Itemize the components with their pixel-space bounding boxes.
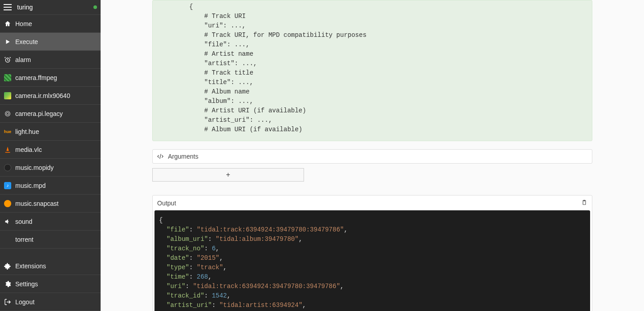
sidebar-item-label: camera.ir.mlx90640 bbox=[15, 92, 70, 99]
svg-line-3 bbox=[160, 154, 161, 159]
logout-icon bbox=[4, 298, 12, 306]
sidebar-item-label: Execute bbox=[15, 38, 38, 45]
sidebar-item-Extensions[interactable]: Extensions bbox=[0, 257, 101, 275]
code-icon bbox=[156, 152, 164, 160]
sidebar-item-camera-ffmpeg[interactable]: camera.ffmpeg bbox=[0, 69, 101, 87]
sidebar-item-torrent[interactable]: torrent bbox=[0, 231, 101, 249]
clipboard-icon[interactable] bbox=[581, 199, 587, 207]
sidebar-item-label: alarm bbox=[15, 56, 31, 63]
sidebar-item-music-snapcast[interactable]: music.snapcast bbox=[0, 195, 101, 213]
snapcast-icon bbox=[4, 200, 12, 208]
sidebar-item-Logout[interactable]: Logout bbox=[0, 293, 101, 311]
content: { # Track URI "uri": ..., # Track URI, f… bbox=[101, 0, 644, 311]
play-icon bbox=[4, 38, 12, 46]
sidebar-item-label: camera.ffmpeg bbox=[15, 74, 57, 81]
nav: HomeExecutealarmcamera.ffmpegcamera.ir.m… bbox=[0, 15, 101, 253]
plus-icon: + bbox=[226, 171, 230, 179]
sidebar-item-label: sound bbox=[15, 218, 32, 225]
puzzle-icon bbox=[4, 262, 12, 270]
sidebar-item-label: media.vlc bbox=[15, 146, 42, 153]
mopidy-icon bbox=[4, 164, 12, 172]
sidebar-item-label: Logout bbox=[15, 298, 35, 306]
home-icon bbox=[4, 20, 12, 28]
arguments-title: Arguments bbox=[168, 153, 198, 160]
sidebar-item-Home[interactable]: Home bbox=[0, 15, 101, 33]
sidebar-item-label: Settings bbox=[15, 280, 38, 288]
pi-icon bbox=[4, 110, 12, 118]
sidebar-item-music-mpd[interactable]: ♪music.mpd bbox=[0, 177, 101, 195]
torrent-icon bbox=[4, 235, 12, 244]
svg-point-1 bbox=[6, 112, 9, 115]
mpd-icon: ♪ bbox=[4, 182, 12, 190]
output-body: { "file": "tidal:track:6394924:39479780:… bbox=[154, 210, 590, 311]
sidebar-item-label: music.snapcast bbox=[15, 200, 58, 207]
sidebar-item-label: Extensions bbox=[15, 262, 46, 270]
sidebar-item-media-vlc[interactable]: media.vlc bbox=[0, 141, 101, 159]
svg-point-2 bbox=[5, 111, 10, 116]
hue-icon: hue bbox=[4, 128, 12, 136]
sidebar-item-Settings[interactable]: Settings bbox=[0, 275, 101, 293]
sidebar-item-light-hue[interactable]: huelight.hue bbox=[0, 123, 101, 141]
thermal-icon bbox=[4, 92, 12, 100]
sidebar-item-camera-pi-legacy[interactable]: camera.pi.legacy bbox=[0, 105, 101, 123]
hostname: turing bbox=[17, 4, 93, 11]
sidebar-item-music-mopidy[interactable]: music.mopidy bbox=[0, 159, 101, 177]
sound-icon bbox=[4, 218, 12, 226]
sidebar-item-sound[interactable]: sound bbox=[0, 213, 101, 231]
sidebar-item-label: music.mpd bbox=[15, 182, 46, 189]
status-indicator-icon bbox=[93, 5, 97, 9]
sidebar-item-label: camera.pi.legacy bbox=[15, 110, 63, 117]
sidebar-item-alarm[interactable]: alarm bbox=[0, 51, 101, 69]
doc-block: { # Track URI "uri": ..., # Track URI, f… bbox=[152, 0, 592, 141]
alarm-icon bbox=[4, 56, 12, 64]
vlc-icon bbox=[4, 146, 12, 154]
sidebar-item-label: torrent bbox=[15, 236, 33, 243]
sidebar: turing HomeExecutealarmcamera.ffmpegcame… bbox=[0, 0, 101, 311]
ffmpeg-icon bbox=[4, 74, 12, 82]
output-panel: Output { "file": "tidal:track:6394924:39… bbox=[152, 195, 592, 311]
add-argument-button[interactable]: + bbox=[152, 168, 304, 182]
gear-icon bbox=[4, 280, 12, 288]
sidebar-item-label: light.hue bbox=[15, 128, 39, 135]
sidebar-item-Execute[interactable]: Execute bbox=[0, 33, 101, 51]
sidebar-item-label: Home bbox=[15, 20, 32, 27]
output-title: Output bbox=[157, 200, 176, 207]
nav-footer: ExtensionsSettingsLogout bbox=[0, 257, 101, 311]
sidebar-item-label: music.mopidy bbox=[15, 164, 54, 171]
sidebar-item-camera-ir-mlx90640[interactable]: camera.ir.mlx90640 bbox=[0, 87, 101, 105]
menu-toggle-icon[interactable] bbox=[4, 4, 12, 10]
sidebar-header: turing bbox=[0, 0, 101, 15]
arguments-panel[interactable]: Arguments bbox=[152, 149, 592, 164]
